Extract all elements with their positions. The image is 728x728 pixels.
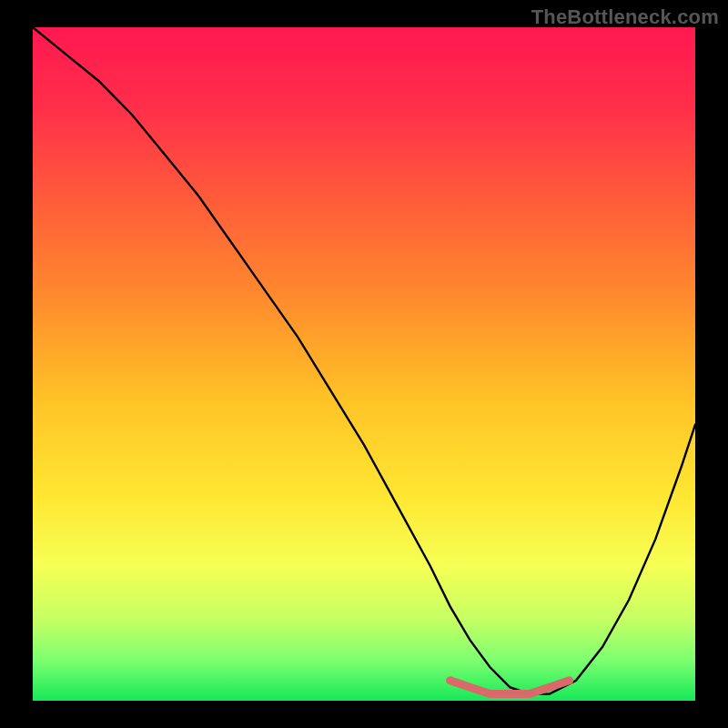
chart-stage: TheBottleneck.com <box>0 0 728 728</box>
bottleneck-chart <box>0 0 728 728</box>
watermark-text: TheBottleneck.com <box>531 5 719 29</box>
gradient-background <box>33 27 695 701</box>
